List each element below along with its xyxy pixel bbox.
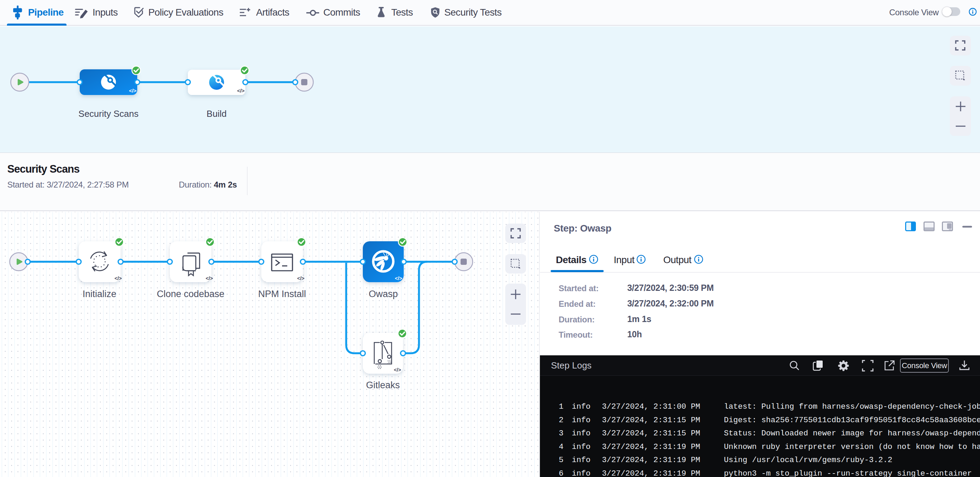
svg-text:</>: </>: [237, 88, 245, 94]
svg-text:</>: </>: [129, 88, 137, 94]
svg-text:</>: </>: [394, 367, 401, 373]
svg-text:Initialize: Initialize: [83, 289, 116, 299]
svg-text:Gitleaks: Gitleaks: [366, 380, 400, 390]
svg-text:</>: </>: [395, 276, 402, 281]
svg-text:Build: Build: [207, 108, 227, 119]
svg-text:Owasp: Owasp: [369, 289, 398, 299]
svg-text:</>: </>: [115, 276, 122, 281]
svg-text:NPM Install: NPM Install: [258, 289, 306, 299]
svg-text:</>: </>: [206, 276, 213, 281]
svg-text:</>: </>: [298, 276, 305, 281]
svg-text:Clone codebase: Clone codebase: [157, 289, 224, 299]
svg-text:Security Scans: Security Scans: [78, 108, 138, 119]
